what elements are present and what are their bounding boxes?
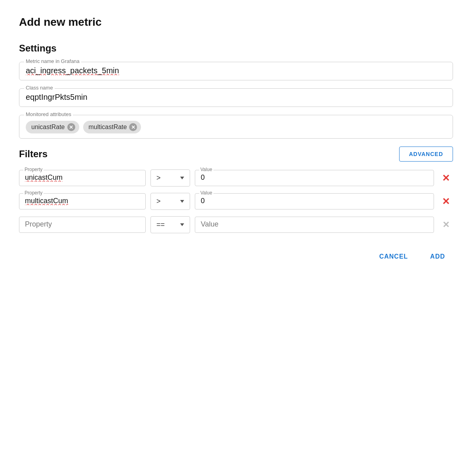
filter-3-operator-text: == — [156, 221, 165, 229]
add-button[interactable]: ADD — [424, 249, 451, 264]
filter-2-value-label: Value — [199, 190, 213, 196]
filters-header: Filters ADVANCED — [19, 147, 453, 162]
filter-2-value-input[interactable] — [201, 197, 428, 205]
filter-1-property-wrapper: Property — [19, 170, 146, 186]
filter-row-2: Property > Value ✕ — [19, 193, 453, 210]
filter-3-remove-button[interactable]: ✕ — [439, 218, 453, 232]
filter-1-remove-icon: ✕ — [442, 173, 450, 184]
settings-title: Settings — [19, 43, 453, 54]
filter-1-operator-text: > — [156, 174, 161, 182]
monitored-attributes-label: Monitored attributes — [24, 111, 73, 117]
filter-3-property-input[interactable] — [25, 220, 140, 228]
metric-name-field: Metric name in Grafana — [19, 62, 453, 80]
cancel-button[interactable]: CANCEL — [373, 249, 415, 264]
advanced-button[interactable]: ADVANCED — [399, 147, 453, 162]
filter-1-value-label: Value — [199, 167, 213, 172]
filter-3-remove-icon: ✕ — [442, 220, 449, 230]
class-name-field: Class name — [19, 88, 453, 107]
chip-unicastRate-label: unicastRate — [31, 124, 65, 131]
filter-3-property-wrapper — [19, 217, 146, 233]
filter-1-value-wrapper: Value — [195, 170, 434, 186]
filter-1-remove-button[interactable]: ✕ — [439, 171, 453, 185]
filter-2-operator-text: > — [156, 197, 161, 206]
metric-name-label: Metric name in Grafana — [24, 58, 81, 64]
metric-name-input[interactable] — [26, 66, 446, 75]
filter-2-property-input[interactable] — [25, 197, 140, 205]
filter-2-operator-dropdown[interactable]: > — [150, 193, 190, 210]
filter-1-value-input[interactable] — [201, 173, 428, 182]
filter-2-remove-button[interactable]: ✕ — [439, 194, 453, 209]
class-name-input[interactable] — [26, 93, 446, 102]
filter-3-value-input[interactable] — [201, 220, 428, 228]
monitored-attributes-field: Monitored attributes unicastRate ✕ multi… — [19, 115, 453, 139]
chip-multicastRate: multicastRate ✕ — [83, 121, 141, 133]
footer-actions: CANCEL ADD — [19, 249, 453, 264]
filter-2-property-wrapper: Property — [19, 193, 146, 209]
filter-3-value-wrapper — [195, 217, 434, 233]
filter-1-property-label: Property — [23, 167, 44, 172]
page-title: Add new metric — [19, 16, 453, 29]
filter-2-operator-arrow-icon — [180, 200, 184, 203]
chip-unicastRate: unicastRate ✕ — [26, 121, 79, 133]
filter-2-value-wrapper: Value — [195, 193, 434, 209]
filter-2-property-label: Property — [23, 190, 44, 196]
filter-1-operator-arrow-icon — [180, 177, 184, 179]
chip-unicastRate-remove[interactable]: ✕ — [67, 123, 75, 131]
filter-2-remove-icon: ✕ — [442, 196, 450, 207]
chip-multicastRate-remove[interactable]: ✕ — [129, 123, 137, 131]
filter-1-operator-dropdown[interactable]: > — [150, 169, 190, 187]
filter-row-1: Property > Value ✕ — [19, 169, 453, 187]
class-name-label: Class name — [24, 85, 55, 91]
filter-3-operator-dropdown[interactable]: == — [150, 216, 190, 233]
filters-title: Filters — [19, 149, 48, 160]
filter-3-operator-arrow-icon — [180, 223, 184, 226]
filter-1-property-input[interactable] — [25, 173, 140, 182]
chips-container: unicastRate ✕ multicastRate ✕ — [26, 119, 446, 133]
chip-multicastRate-label: multicastRate — [89, 124, 127, 131]
filter-row-3: == ✕ — [19, 216, 453, 233]
